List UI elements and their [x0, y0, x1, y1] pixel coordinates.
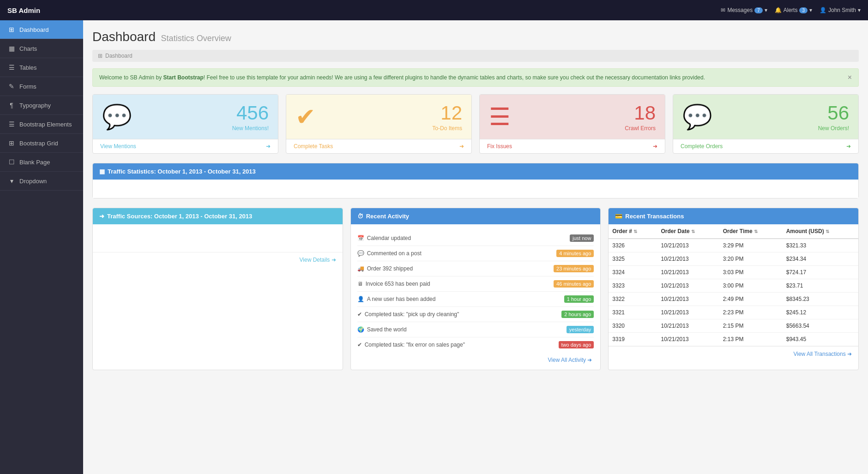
- sidebar-label: Bootstrap Grid: [19, 140, 58, 147]
- traffic-stats-heading: ▦ Traffic Statistics: October 1, 2013 - …: [93, 163, 858, 180]
- sidebar-item-tables[interactable]: ☰ Tables: [0, 58, 83, 77]
- messages-badge: 7: [754, 7, 763, 13]
- errors-card-bottom[interactable]: Fix Issues ➜: [480, 139, 665, 153]
- bell-icon: 🔔: [775, 7, 782, 13]
- sidebar-item-bootstrap-grid[interactable]: ⊞ Bootstrap Grid: [0, 134, 83, 153]
- transactions-table: Order # ⇅ Order Date ⇅ Order Time ⇅ Amou…: [609, 224, 858, 346]
- table-row: 332410/21/20133:03 PM$724.17: [609, 266, 858, 279]
- sidebar-label: Typography: [19, 102, 51, 109]
- col-order[interactable]: Order # ⇅: [609, 224, 657, 239]
- traffic-sources-footer: View Details ➜: [93, 252, 343, 267]
- cell-time: 2:15 PM: [719, 319, 783, 333]
- sidebar-item-forms[interactable]: ✎ Forms: [0, 77, 83, 96]
- activity-list: 📅 Calendar updated just now 💬 Commented …: [357, 231, 594, 352]
- cell-amount: $724.17: [783, 266, 858, 279]
- arrow-right-icon: ➜: [459, 143, 464, 150]
- messages-button[interactable]: ✉ Messages 7 ▾: [721, 7, 767, 13]
- sort-icon: ⇅: [691, 229, 695, 234]
- mentions-card-bottom[interactable]: View Mentions ➜: [93, 139, 278, 153]
- recent-activity-title: Recent Activity: [366, 213, 409, 220]
- alert-close-button[interactable]: ×: [848, 73, 852, 82]
- orders-values: 56 New Orders!: [818, 102, 849, 132]
- view-all-transactions-link[interactable]: View All Transactions ➜: [793, 351, 852, 357]
- sidebar-label: Forms: [19, 83, 36, 90]
- cell-time: 2:23 PM: [719, 306, 783, 319]
- alerts-button[interactable]: 🔔 Alerts 3 ▾: [775, 7, 812, 13]
- table-row: 331910/21/20132:13 PM$943.45: [609, 333, 858, 346]
- alert-brand: Start Bootstrap: [163, 74, 204, 81]
- user-menu[interactable]: 👤 John Smith ▾: [820, 7, 861, 13]
- sidebar-item-typography[interactable]: ¶ Typography: [0, 96, 83, 115]
- errors-card: ☰ 18 Crawl Errors Fix Issues ➜: [479, 94, 665, 154]
- page-header: Dashboard Statistics Overview: [92, 30, 859, 44]
- activity-text: Saved the world: [367, 326, 407, 333]
- chevron-down-icon: ▾: [858, 7, 861, 13]
- fix-issues-link[interactable]: Fix Issues: [487, 143, 512, 150]
- complete-orders-link[interactable]: Complete Orders: [681, 143, 723, 150]
- traffic-stats-panel: ▦ Traffic Statistics: October 1, 2013 - …: [92, 163, 859, 198]
- sidebar-item-dashboard[interactable]: ⊞ Dashboard: [0, 20, 83, 39]
- cell-amount: $8345.23: [783, 293, 858, 306]
- topnav-right: ✉ Messages 7 ▾ 🔔 Alerts 3 ▾ 👤 John Smith…: [721, 7, 861, 13]
- cell-date: 10/21/2013: [657, 252, 719, 266]
- arrow-icon: ➜: [99, 213, 104, 220]
- col-time[interactable]: Order Time ⇅: [719, 224, 783, 239]
- recent-activity-body: 📅 Calendar updated just now 💬 Commented …: [351, 224, 601, 370]
- cell-amount: $234.34: [783, 252, 858, 266]
- sidebar: ⊞ Dashboard ▦ Charts ☰ Tables ✎ Forms ¶ …: [0, 20, 83, 474]
- traffic-stats-title: Traffic Statistics: October 1, 2013 - Oc…: [108, 168, 256, 175]
- sidebar-item-charts[interactable]: ▦ Charts: [0, 39, 83, 58]
- arrow-right-icon: ➜: [653, 143, 657, 150]
- tasks-card: ✔ 12 To-Do Items Complete Tasks ➜: [286, 94, 472, 154]
- sidebar-item-bootstrap-elements[interactable]: ☰ Bootstrap Elements: [0, 115, 83, 134]
- errors-values: 18 Crawl Errors: [625, 102, 656, 132]
- breadcrumb: ⊞ Dashboard: [92, 50, 859, 62]
- tasks-card-bottom[interactable]: Complete Tasks ➜: [286, 139, 471, 153]
- errors-card-top: ☰ 18 Crawl Errors: [480, 95, 665, 139]
- orders-card-bottom[interactable]: Complete Orders ➜: [673, 139, 858, 153]
- orders-value: 56: [818, 102, 849, 124]
- cell-time: 3:00 PM: [719, 279, 783, 293]
- traffic-stats-body: [93, 180, 858, 198]
- sidebar-item-blank-page[interactable]: ☐ Blank Page: [0, 153, 83, 172]
- view-all-activity: View All Activity ➜: [357, 352, 594, 363]
- traffic-sources-heading: ➜ Traffic Sources: October 1, 2013 - Oct…: [93, 208, 343, 224]
- view-mentions-link[interactable]: View Mentions: [100, 143, 136, 150]
- sidebar-label: Dropdown: [19, 178, 47, 185]
- cell-amount: $5663.54: [783, 319, 858, 333]
- complete-tasks-link[interactable]: Complete Tasks: [294, 143, 333, 150]
- brand[interactable]: SB Admin: [7, 6, 40, 14]
- cell-order: 3324: [609, 266, 657, 279]
- col-date[interactable]: Order Date ⇅: [657, 224, 719, 239]
- mentions-values: 456 New Mentions!: [232, 102, 269, 132]
- cell-date: 10/21/2013: [657, 333, 719, 346]
- view-all-activity-link[interactable]: View All Activity ➜: [548, 357, 592, 363]
- calendar-icon: 📅: [357, 235, 364, 241]
- tables-icon: ☰: [7, 64, 16, 71]
- activity-badge: 4 minutes ago: [556, 250, 594, 257]
- credit-card-icon: 💳: [615, 213, 622, 220]
- welcome-alert: Welcome to SB Admin by Start Bootstrap! …: [92, 68, 859, 87]
- layout: ⊞ Dashboard ▦ Charts ☰ Tables ✎ Forms ¶ …: [0, 20, 868, 474]
- table-row: 332210/21/20132:49 PM$8345.23: [609, 293, 858, 306]
- col-amount[interactable]: Amount (USD) ⇅: [783, 224, 858, 239]
- check-icon: ✔: [357, 342, 362, 348]
- cell-date: 10/21/2013: [657, 293, 719, 306]
- activity-text: Order 392 shipped: [367, 265, 413, 272]
- recent-transactions-heading: 💳 Recent Transactions: [609, 208, 858, 224]
- sidebar-item-dropdown[interactable]: ▾ Dropdown: [0, 172, 83, 191]
- view-details-link[interactable]: View Details ➜: [300, 257, 336, 263]
- recent-activity-heading: ⏱ Recent Activity: [351, 208, 601, 224]
- tasks-value: 12: [432, 102, 462, 124]
- table-body: 332610/21/20133:29 PM$321.33332510/21/20…: [609, 239, 858, 346]
- cell-time: 3:03 PM: [719, 266, 783, 279]
- activity-badge: 46 minutes ago: [554, 280, 594, 288]
- list-item: 🖥 Invoice 653 has been paid 46 minutes a…: [357, 276, 594, 292]
- activity-badge: 1 hour ago: [564, 295, 594, 303]
- topnav: SB Admin ✉ Messages 7 ▾ 🔔 Alerts 3 ▾ 👤 J…: [0, 0, 868, 20]
- sidebar-label: Blank Page: [19, 159, 50, 166]
- mentions-card-top: 💬 456 New Mentions!: [93, 95, 278, 139]
- cell-time: 3:20 PM: [719, 252, 783, 266]
- user-name: John Smith: [828, 7, 856, 13]
- cell-date: 10/21/2013: [657, 306, 719, 319]
